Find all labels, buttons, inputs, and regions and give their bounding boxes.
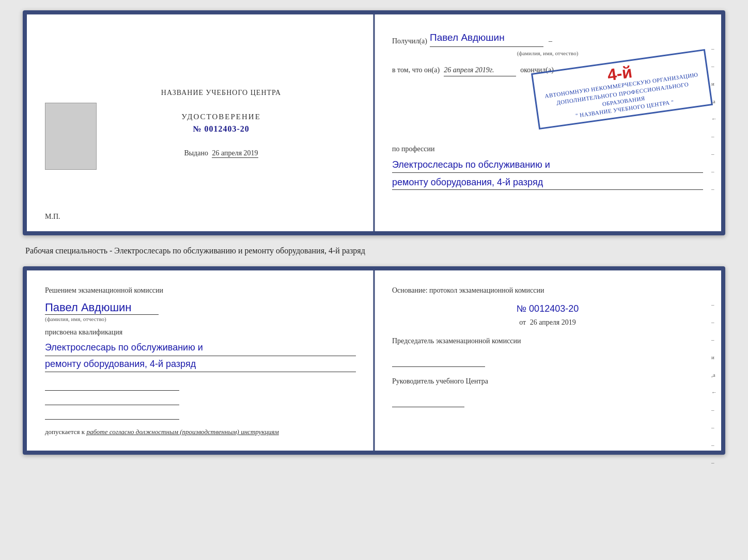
cert-label: УДОСТОВЕРЕНИЕ xyxy=(86,113,356,121)
head-sign-line xyxy=(392,396,464,407)
date-from-prefix: от xyxy=(519,318,526,326)
top-right-page: Получил(а) Павел Авдюшин – (фамилия, имя… xyxy=(374,14,721,231)
sign-line-2 xyxy=(45,394,179,405)
allowed-block: допускается к работе согласно должностны… xyxy=(45,428,356,436)
sign-line-1 xyxy=(45,379,179,391)
protocol-number: № 0012403-20 xyxy=(392,303,703,314)
assigned-label: присвоена квалификация xyxy=(45,328,356,337)
bottom-right-edge-marks: – – – и ,а ← – – – – xyxy=(711,301,717,466)
received-label: Получил(а) xyxy=(392,36,427,47)
recipient-line: Получил(а) Павел Авдюшин – xyxy=(392,30,703,47)
bottom-right-page: Основание: протокол экзаменационной коми… xyxy=(374,270,721,451)
chairman-sign-line xyxy=(392,356,485,367)
profession-text2: ремонту оборудования, 4-й разряд xyxy=(392,175,703,190)
recipient-name: Павел Авдюшин xyxy=(430,30,543,47)
photo-placeholder xyxy=(45,103,97,170)
commission-decision: Решением экзаменационной комиссии xyxy=(45,285,356,296)
bottom-left-page: Решением экзаменационной комиссии Павел … xyxy=(27,270,374,451)
profession-block: по профессии Электрослесарь по обслужива… xyxy=(392,143,703,190)
certificate-block: УДОСТОВЕРЕНИЕ № 0012403-20 xyxy=(86,113,356,134)
issued-line: Выдано 26 апреля 2019 xyxy=(86,149,356,157)
top-document-spread: НАЗВАНИЕ УЧЕБНОГО ЦЕНТРА УДОСТОВЕРЕНИЕ №… xyxy=(23,10,725,235)
right-edge-marks: – – и ,а ← – – – – xyxy=(711,45,717,192)
cert-number: № 0012403-20 xyxy=(193,124,249,133)
qualification-text1: Электрослесарь по обслуживанию и xyxy=(45,340,356,356)
allowed-text: работе согласно должностным (производств… xyxy=(86,428,278,436)
qualification-text2: ремонту оборудования, 4-й разряд xyxy=(45,356,356,373)
school-name-title: НАЗВАНИЕ УЧЕБНОГО ЦЕНТРА xyxy=(86,89,356,97)
date-from-line: от 26 апреля 2019 xyxy=(392,318,703,327)
mp-label: М.П. xyxy=(45,213,60,221)
chairman-block: Председатель экзаменационной комиссии xyxy=(392,337,703,367)
profession-label: по профессии xyxy=(392,143,703,155)
head-label: Руководитель учебного Центра xyxy=(392,377,488,385)
chairman-label: Председатель экзаменационной комиссии xyxy=(392,337,521,345)
allowed-label: допускается к xyxy=(45,428,85,436)
issued-date: 26 апреля 2019 xyxy=(212,149,258,158)
description-text: Рабочая специальность - Электрослесарь п… xyxy=(23,245,725,257)
issued-label: Выдано xyxy=(184,149,208,157)
profession-text1: Электрослесарь по обслуживанию и xyxy=(392,157,703,173)
top-right-content: Получил(а) Павел Авдюшин – (фамилия, имя… xyxy=(392,30,703,190)
stamp-overlay: 4-й АВТОНОМНУЮ НЕКОММЕРЧЕСКУЮ ОРГАНИЗАЦИ… xyxy=(531,49,713,130)
basis-label: Основание: протокол экзаменационной коми… xyxy=(392,285,703,296)
date-from-value: 26 апреля 2019 xyxy=(530,318,576,326)
top-left-page: НАЗВАНИЕ УЧЕБНОГО ЦЕНТРА УДОСТОВЕРЕНИЕ №… xyxy=(27,14,374,231)
bottom-document-spread: Решением экзаменационной комиссии Павел … xyxy=(23,266,725,455)
head-block: Руководитель учебного Центра xyxy=(392,377,703,407)
bottom-fio-hint: (фамилия, имя, отчество) xyxy=(45,316,356,322)
completion-date: 26 апреля 2019г. xyxy=(444,65,516,76)
sign-line-3 xyxy=(45,408,179,420)
vtom-label: в том, что он(а) xyxy=(392,65,440,76)
bottom-person-name: Павел Авдюшин xyxy=(45,301,159,315)
sign-lines xyxy=(45,379,356,420)
